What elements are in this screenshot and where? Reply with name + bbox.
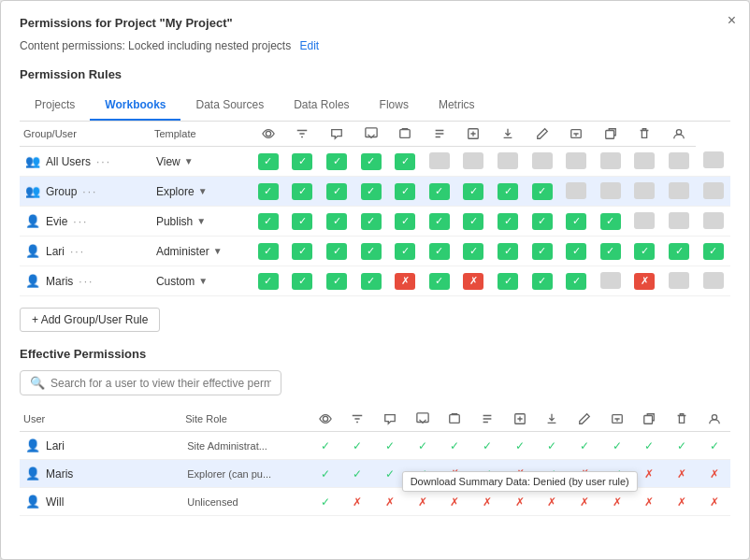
eff-user-icon: 👤 — [25, 495, 40, 509]
eff-perm: ✓ — [471, 432, 504, 460]
permission-badge: ✗ — [456, 266, 491, 296]
permission-badge: ✓ — [320, 237, 354, 266]
template-value: Explore — [156, 185, 195, 198]
eff-user-cell: 👤 Maris — [25, 467, 176, 481]
more-options-button[interactable]: ··· — [73, 215, 88, 228]
badge-empty — [498, 152, 518, 169]
more-options-button[interactable]: ··· — [96, 155, 111, 168]
badge-check: ✓ — [326, 273, 347, 290]
col-icon-permissions — [662, 122, 697, 147]
permissions-table: Group/User Template — [20, 122, 730, 296]
permission-badge: ✓ — [423, 266, 457, 296]
permission-badge: ✗ — [388, 266, 423, 296]
user-name: Group — [46, 185, 77, 198]
content-permissions-row: Content permissions: Locked including ne… — [20, 39, 730, 52]
eff-perm: ✗ — [471, 488, 504, 516]
badge-check: ✓ — [326, 153, 347, 170]
eff-perm: ✗ — [374, 488, 407, 516]
search-input[interactable] — [50, 377, 271, 390]
badge-check: ✓ — [669, 243, 689, 260]
user-type-icon: 👥 — [25, 184, 40, 198]
col-icon-list — [423, 122, 457, 147]
permission-badge: ✓ — [252, 207, 286, 237]
badge-check: ✓ — [463, 213, 483, 230]
eff-user-icon: 👤 — [25, 438, 40, 452]
eff-perm: ✓ — [439, 432, 471, 460]
tab-dataroles[interactable]: Data Roles — [279, 91, 364, 121]
more-options-button[interactable]: ··· — [79, 275, 94, 288]
eff-perm: ✗ — [406, 488, 439, 516]
tab-metrics[interactable]: Metrics — [424, 91, 490, 121]
eff-check: ✓ — [385, 467, 395, 481]
template-dropdown[interactable]: ▼ — [213, 246, 223, 256]
permission-badge: ✓ — [594, 207, 628, 237]
template-dropdown[interactable]: ▼ — [198, 276, 208, 286]
eff-role: Explorer (can pu... — [181, 460, 309, 488]
svg-rect-8 — [417, 413, 428, 423]
eff-perm: ✓ — [374, 432, 407, 460]
badge-check: ✓ — [566, 213, 586, 230]
badge-check: ✓ — [361, 243, 382, 260]
badge-check: ✓ — [258, 273, 279, 290]
badge-cross: ✗ — [395, 273, 415, 290]
eff-perm: ✓ — [309, 488, 341, 516]
permission-badge: ✓ — [252, 266, 286, 296]
close-button[interactable]: × — [728, 12, 736, 29]
edit-link[interactable]: Edit — [300, 39, 320, 52]
permission-badge — [559, 147, 594, 177]
badge-empty — [600, 152, 621, 169]
badge-check: ✓ — [395, 243, 415, 260]
eff-cross: ✗ — [483, 495, 492, 509]
badge-check: ✓ — [463, 243, 483, 260]
search-icon: 🔍 — [30, 376, 45, 390]
eff-user-cell: 👤 Will — [25, 495, 176, 509]
template-cell: Explore ▼ — [156, 185, 246, 198]
eff-col-filter — [341, 407, 374, 432]
more-options-button[interactable]: ··· — [70, 245, 85, 258]
eff-check: ✓ — [547, 439, 556, 452]
group-user-cell: 👥 All Users ··· — [25, 154, 145, 168]
table-row: 👤 Evie ··· Publish ▼ ✓✓✓✓✓✓✓✓✓✓✓ — [20, 207, 730, 237]
table-row: 👥 Group ··· Explore ▼ ✓✓✓✓✓✓✓✓✓ — [20, 177, 730, 207]
badge-check: ✓ — [292, 243, 312, 260]
badge-empty — [566, 182, 586, 199]
tab-projects[interactable]: Projects — [20, 91, 90, 121]
permission-badge: ✓ — [525, 177, 559, 207]
badge-empty — [429, 152, 450, 169]
effective-permissions-section: Effective Permissions 🔍 User Site Role — [20, 347, 730, 516]
badge-check: ✓ — [532, 273, 553, 290]
user-type-icon: 👤 — [25, 244, 40, 258]
tab-datasources[interactable]: Data Sources — [180, 91, 279, 121]
badge-empty — [634, 212, 655, 229]
search-box[interactable]: 🔍 — [20, 370, 281, 395]
col-icon-filter — [285, 122, 320, 147]
badge-check: ✓ — [395, 153, 415, 170]
eff-check: ✓ — [353, 439, 362, 452]
eff-col-list — [471, 407, 504, 432]
badge-check: ✓ — [258, 213, 279, 230]
eff-perm: ✗ — [698, 488, 730, 516]
badge-check: ✓ — [498, 213, 518, 230]
user-name: All Users — [46, 155, 91, 168]
permission-badge — [662, 177, 697, 207]
effective-header: User Site Role — [20, 407, 730, 432]
template-dropdown[interactable]: ▼ — [196, 216, 206, 226]
template-dropdown[interactable]: ▼ — [184, 156, 194, 166]
template-dropdown[interactable]: ▼ — [198, 186, 208, 196]
eff-perm: ✓ — [698, 432, 730, 460]
eff-cross: ✗ — [353, 495, 362, 509]
permission-badge — [627, 147, 662, 177]
permissions-tbody: 👥 All Users ··· View ▼ ✓✓✓✓✓ 👥 Group ···… — [20, 147, 730, 296]
more-options-button[interactable]: ··· — [82, 185, 97, 198]
permission-badge: ✓ — [696, 237, 730, 266]
tab-workbooks[interactable]: Workbooks — [90, 91, 180, 121]
effective-table: User Site Role — [20, 407, 730, 516]
permissions-table-container: Group/User Template — [20, 122, 730, 296]
tab-flows[interactable]: Flows — [365, 91, 424, 121]
svg-rect-9 — [450, 415, 460, 424]
col-icon-download — [353, 122, 388, 147]
eff-perm: ✓ — [309, 432, 341, 460]
add-rule-button[interactable]: + Add Group/User Rule — [20, 308, 160, 332]
permission-badge: ✓ — [252, 147, 286, 177]
table-row: 👥 All Users ··· View ▼ ✓✓✓✓✓ — [20, 147, 730, 177]
